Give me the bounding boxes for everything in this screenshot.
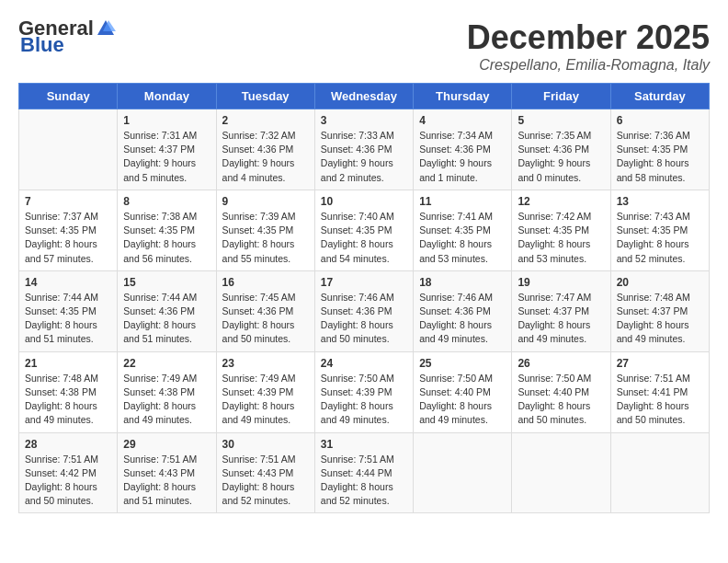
calendar-cell: 6Sunrise: 7:36 AMSunset: 4:35 PMDaylight… <box>610 109 709 190</box>
daylight-text: Daylight: 8 hours and 49 minutes. <box>419 319 492 344</box>
day-info: Sunrise: 7:48 AMSunset: 4:37 PMDaylight:… <box>617 291 703 347</box>
daylight-text: Daylight: 8 hours and 49 minutes. <box>25 400 97 425</box>
day-number: 2 <box>222 114 309 127</box>
day-info: Sunrise: 7:33 AMSunset: 4:36 PMDaylight:… <box>321 129 407 185</box>
sunrise-text: Sunrise: 7:47 AM <box>518 292 591 303</box>
calendar-cell: 22Sunrise: 7:49 AMSunset: 4:38 PMDayligh… <box>118 351 216 432</box>
daylight-text: Daylight: 8 hours and 50 minutes. <box>321 319 393 344</box>
sunset-text: Sunset: 4:40 PM <box>518 386 589 397</box>
calendar-week-2: 7Sunrise: 7:37 AMSunset: 4:35 PMDaylight… <box>19 190 710 270</box>
sunset-text: Sunset: 4:37 PM <box>518 305 589 316</box>
day-info: Sunrise: 7:37 AMSunset: 4:35 PMDaylight:… <box>25 210 111 266</box>
sunrise-text: Sunrise: 7:39 AM <box>222 211 296 222</box>
daylight-text: Daylight: 9 hours and 0 minutes. <box>518 157 590 182</box>
sunrise-text: Sunrise: 7:44 AM <box>25 292 98 303</box>
day-info: Sunrise: 7:41 AMSunset: 4:35 PMDaylight:… <box>419 210 506 266</box>
calendar-week-1: 1Sunrise: 7:31 AMSunset: 4:37 PMDaylight… <box>19 109 710 190</box>
header-day-wednesday: Wednesday <box>314 84 413 109</box>
day-number: 21 <box>25 357 111 370</box>
day-number: 16 <box>222 276 309 289</box>
sunset-text: Sunset: 4:35 PM <box>617 144 688 155</box>
day-info: Sunrise: 7:36 AMSunset: 4:35 PMDaylight:… <box>617 129 703 185</box>
sunrise-text: Sunrise: 7:51 AM <box>123 454 197 465</box>
sunset-text: Sunset: 4:35 PM <box>419 224 491 236</box>
title-block: December 2025 Crespellano, Emilia-Romagn… <box>467 18 710 74</box>
day-number: 14 <box>25 276 111 289</box>
daylight-text: Daylight: 8 hours and 56 minutes. <box>123 238 196 263</box>
daylight-text: Daylight: 8 hours and 52 minutes. <box>321 481 393 506</box>
calendar-cell: 24Sunrise: 7:50 AMSunset: 4:39 PMDayligh… <box>314 351 413 432</box>
daylight-text: Daylight: 8 hours and 53 minutes. <box>518 238 590 263</box>
day-number: 22 <box>123 357 210 370</box>
daylight-text: Daylight: 8 hours and 52 minutes. <box>222 481 295 506</box>
day-number: 4 <box>419 114 506 127</box>
calendar-cell: 8Sunrise: 7:38 AMSunset: 4:35 PMDaylight… <box>118 190 216 270</box>
day-number: 10 <box>321 195 407 208</box>
day-number: 28 <box>25 438 111 451</box>
day-number: 11 <box>419 195 506 208</box>
calendar-cell <box>610 432 709 513</box>
sunset-text: Sunset: 4:38 PM <box>123 386 195 397</box>
calendar-cell: 15Sunrise: 7:44 AMSunset: 4:36 PMDayligh… <box>118 270 216 351</box>
day-info: Sunrise: 7:31 AMSunset: 4:37 PMDaylight:… <box>123 129 210 185</box>
sunset-text: Sunset: 4:35 PM <box>321 224 392 236</box>
sunrise-text: Sunrise: 7:32 AM <box>222 130 296 141</box>
sunrise-text: Sunrise: 7:50 AM <box>321 373 394 384</box>
calendar-cell: 10Sunrise: 7:40 AMSunset: 4:35 PMDayligh… <box>314 190 413 270</box>
day-info: Sunrise: 7:49 AMSunset: 4:39 PMDaylight:… <box>222 372 309 428</box>
calendar-cell: 2Sunrise: 7:32 AMSunset: 4:36 PMDaylight… <box>216 109 314 190</box>
calendar-week-4: 21Sunrise: 7:48 AMSunset: 4:38 PMDayligh… <box>19 351 710 432</box>
calendar-cell: 1Sunrise: 7:31 AMSunset: 4:37 PMDaylight… <box>118 109 216 190</box>
daylight-text: Daylight: 9 hours and 2 minutes. <box>321 157 393 182</box>
daylight-text: Daylight: 8 hours and 49 minutes. <box>518 319 590 344</box>
calendar-cell: 25Sunrise: 7:50 AMSunset: 4:40 PMDayligh… <box>414 351 512 432</box>
day-number: 9 <box>222 195 309 208</box>
sunset-text: Sunset: 4:36 PM <box>419 305 491 316</box>
calendar-cell: 7Sunrise: 7:37 AMSunset: 4:35 PMDaylight… <box>19 190 118 270</box>
header-day-friday: Friday <box>512 84 610 109</box>
day-number: 23 <box>222 357 309 370</box>
sunset-text: Sunset: 4:35 PM <box>25 305 97 316</box>
day-number: 17 <box>321 276 407 289</box>
sunrise-text: Sunrise: 7:38 AM <box>123 211 197 222</box>
sunrise-text: Sunrise: 7:31 AM <box>123 130 197 141</box>
sunrise-text: Sunrise: 7:49 AM <box>123 373 197 384</box>
sunset-text: Sunset: 4:36 PM <box>321 305 392 316</box>
calendar-cell: 16Sunrise: 7:45 AMSunset: 4:36 PMDayligh… <box>216 270 314 351</box>
day-info: Sunrise: 7:34 AMSunset: 4:36 PMDaylight:… <box>419 129 506 185</box>
calendar-cell: 18Sunrise: 7:46 AMSunset: 4:36 PMDayligh… <box>414 270 512 351</box>
calendar-cell: 26Sunrise: 7:50 AMSunset: 4:40 PMDayligh… <box>512 351 610 432</box>
day-info: Sunrise: 7:44 AMSunset: 4:36 PMDaylight:… <box>123 291 210 347</box>
day-info: Sunrise: 7:49 AMSunset: 4:38 PMDaylight:… <box>123 372 210 428</box>
day-number: 24 <box>321 357 407 370</box>
sunrise-text: Sunrise: 7:43 AM <box>617 211 690 222</box>
sunrise-text: Sunrise: 7:35 AM <box>518 130 591 141</box>
sunrise-text: Sunrise: 7:51 AM <box>222 454 296 465</box>
sunrise-text: Sunrise: 7:44 AM <box>123 292 197 303</box>
day-number: 15 <box>123 276 210 289</box>
calendar-cell: 19Sunrise: 7:47 AMSunset: 4:37 PMDayligh… <box>512 270 610 351</box>
calendar-week-5: 28Sunrise: 7:51 AMSunset: 4:42 PMDayligh… <box>19 432 710 513</box>
calendar-cell <box>512 432 610 513</box>
day-info: Sunrise: 7:39 AMSunset: 4:35 PMDaylight:… <box>222 210 309 266</box>
sunset-text: Sunset: 4:41 PM <box>617 386 688 397</box>
sunset-text: Sunset: 4:40 PM <box>419 386 491 397</box>
header-day-monday: Monday <box>118 84 216 109</box>
logo-blue: Blue <box>20 35 64 55</box>
header-day-saturday: Saturday <box>610 84 709 109</box>
daylight-text: Daylight: 8 hours and 57 minutes. <box>25 238 97 263</box>
calendar-cell: 17Sunrise: 7:46 AMSunset: 4:36 PMDayligh… <box>314 270 413 351</box>
sunrise-text: Sunrise: 7:51 AM <box>25 454 98 465</box>
sunset-text: Sunset: 4:36 PM <box>321 144 392 155</box>
calendar-cell: 14Sunrise: 7:44 AMSunset: 4:35 PMDayligh… <box>19 270 118 351</box>
logo: General Blue <box>18 18 116 55</box>
daylight-text: Daylight: 8 hours and 52 minutes. <box>617 238 689 263</box>
sunset-text: Sunset: 4:35 PM <box>25 224 97 236</box>
day-number: 13 <box>617 195 703 208</box>
day-info: Sunrise: 7:51 AMSunset: 4:41 PMDaylight:… <box>617 372 703 428</box>
day-number: 30 <box>222 438 309 451</box>
daylight-text: Daylight: 9 hours and 5 minutes. <box>123 157 196 182</box>
daylight-text: Daylight: 8 hours and 53 minutes. <box>419 238 492 263</box>
day-info: Sunrise: 7:46 AMSunset: 4:36 PMDaylight:… <box>321 291 407 347</box>
sunrise-text: Sunrise: 7:40 AM <box>321 211 394 222</box>
